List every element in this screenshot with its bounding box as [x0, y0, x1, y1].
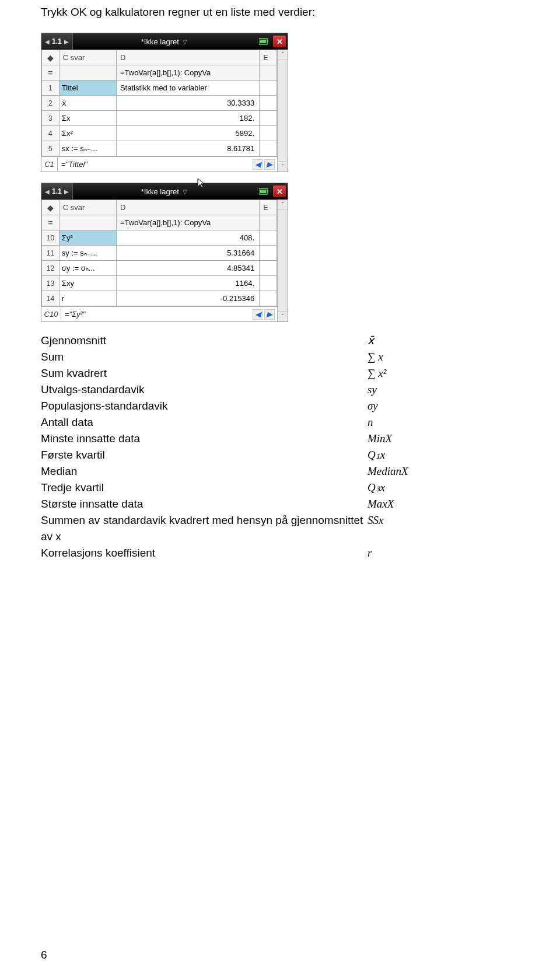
table-row[interactable]: 2x̄30.3333 [42, 96, 277, 111]
cell-c[interactable]: sx := sₙ₋... [59, 141, 116, 156]
cell-d[interactable]: 30.3333 [116, 96, 259, 111]
scroll-up-button[interactable]: ˆ [278, 200, 288, 210]
corner-icon: ◆ [42, 200, 60, 215]
row-header[interactable]: 14 [42, 291, 60, 306]
close-button[interactable]: ✕ [273, 36, 286, 47]
definition-label: Antall data [41, 414, 368, 431]
chevron-up-icon: ˆ [282, 201, 284, 208]
table-row[interactable]: 1TittelStatistikk med to variabler [42, 81, 277, 96]
svg-rect-1 [267, 40, 268, 43]
cell-c[interactable]: Σx² [59, 126, 116, 141]
table-row[interactable]: 12σy := σₙ...4.85341 [42, 261, 277, 276]
definition-row: Korrelasjons koeffisientr [41, 545, 519, 561]
window-title[interactable]: *Ikke lagret ▽ [73, 37, 256, 46]
definition-label: Gjennomsnitt [41, 333, 368, 349]
table-row[interactable]: 13Σxy1164. [42, 276, 277, 291]
cell-ref-value[interactable]: ="Tittel" [58, 160, 253, 169]
close-button[interactable]: ✕ [273, 186, 286, 197]
definition-row: Tredje kvartilQ₃x [41, 480, 519, 496]
scroll-up-button[interactable]: ˆ [278, 50, 288, 60]
row-header[interactable]: 4 [42, 126, 60, 141]
table-row[interactable]: 10Σy²408. [42, 230, 277, 246]
col-header-c[interactable]: C svar [59, 200, 116, 215]
scroll-down-button[interactable]: ˇ [278, 161, 288, 172]
formula-icon: = [42, 215, 60, 230]
cell-c[interactable]: Σx [59, 111, 116, 126]
cell-e[interactable] [260, 230, 277, 246]
cell-e[interactable] [260, 96, 277, 111]
scroll-left-button[interactable]: ◀ [253, 159, 263, 170]
title-text: *Ikke lagret [141, 187, 179, 196]
cell-d[interactable]: 5892. [116, 126, 259, 141]
scroll-right-button[interactable]: ▶ [264, 159, 275, 170]
row-header[interactable]: 3 [42, 111, 60, 126]
chevron-up-icon: ˆ [282, 51, 284, 58]
cell-e[interactable] [260, 126, 277, 141]
cell-d[interactable]: -0.215346 [116, 291, 259, 306]
row-header[interactable]: 11 [42, 246, 60, 261]
definition-label: Sum [41, 349, 368, 365]
triangle-right-icon: ▶ [267, 160, 272, 169]
cell-c[interactable]: sy := sₙ₋... [59, 246, 116, 261]
cell-c[interactable]: r [59, 291, 116, 306]
definition-label: Korrelasjons koeffisient [41, 545, 368, 561]
col-header-d[interactable]: D [116, 50, 259, 65]
cell-c[interactable]: σy := σₙ... [59, 261, 116, 276]
cell-c[interactable]: Σxy [59, 276, 116, 291]
column-header-row: ◆ C svar D E [42, 50, 277, 65]
cell-e[interactable] [260, 141, 277, 156]
col-header-d[interactable]: D [116, 200, 259, 215]
cell-e[interactable] [260, 291, 277, 306]
cell-e[interactable] [260, 261, 277, 276]
svg-rect-5 [260, 190, 266, 193]
col-header-e[interactable]: E [260, 200, 277, 215]
cell-e[interactable] [260, 246, 277, 261]
scroll-left-button[interactable]: ◀ [253, 309, 263, 320]
cell-d[interactable]: 408. [116, 230, 259, 246]
corner-icon: ◆ [42, 50, 60, 65]
row-header[interactable]: 1 [42, 81, 60, 96]
formula-cell[interactable]: =TwoVar(a[],b[],1): CopyVa [116, 65, 259, 81]
table-row[interactable]: 3Σx182. [42, 111, 277, 126]
scroll-right-button[interactable]: ▶ [264, 309, 275, 320]
dropdown-icon: ▽ [183, 39, 187, 45]
cell-e[interactable] [260, 81, 277, 96]
col-header-e[interactable]: E [260, 50, 277, 65]
tab-button[interactable]: ◀ 1.1 ▶ [41, 183, 73, 200]
cell-ref-value[interactable]: ="Σy²" [61, 310, 253, 319]
row-header[interactable]: 2 [42, 96, 60, 111]
cell-d[interactable]: 182. [116, 111, 259, 126]
cell-d[interactable]: Statistikk med to variabler [116, 81, 259, 96]
definition-symbol: ∑ x² [368, 365, 386, 382]
table-row[interactable]: 11sy := sₙ₋...5.31664 [42, 246, 277, 261]
row-header[interactable]: 5 [42, 141, 60, 156]
spreadsheet[interactable]: ◆ C svar D E = =TwoVar(a[],b[],1): CopyV… [41, 200, 277, 306]
formula-cell[interactable]: =TwoVar(a[],b[],1): CopyVa [116, 215, 259, 230]
definition-row: Minste innsatte dataMinX [41, 431, 519, 447]
cell-d[interactable]: 8.61781 [116, 141, 259, 156]
scroll-down-button[interactable]: ˇ [278, 311, 288, 321]
cell-c[interactable]: x̄ [59, 96, 116, 111]
table-row[interactable]: 4Σx²5892. [42, 126, 277, 141]
definition-label: Utvalgs-standardavik [41, 382, 368, 398]
row-header[interactable]: 12 [42, 261, 60, 276]
table-row[interactable]: 14r-0.215346 [42, 291, 277, 306]
cell-c[interactable]: Σy² [59, 230, 116, 246]
tab-button[interactable]: ◀ 1.1 ▶ [41, 33, 73, 50]
row-header[interactable]: 10 [42, 230, 60, 246]
spreadsheet[interactable]: ◆ C svar D E = =TwoVar(a[],b[],1): CopyV… [41, 50, 277, 156]
definition-row: MedianMedianX [41, 463, 519, 480]
col-header-c[interactable]: C svar [59, 50, 116, 65]
formula-row: = =TwoVar(a[],b[],1): CopyVa [42, 65, 277, 81]
window-title[interactable]: *Ikke lagret ▽ [73, 187, 256, 196]
cell-e[interactable] [260, 276, 277, 291]
column-header-row: ◆ C svar D E [42, 200, 277, 215]
cell-c[interactable]: Tittel [59, 81, 116, 96]
definition-row: Gjennomsnittx̄ [41, 333, 519, 349]
cell-d[interactable]: 4.85341 [116, 261, 259, 276]
row-header[interactable]: 13 [42, 276, 60, 291]
table-row[interactable]: 5sx := sₙ₋...8.61781 [42, 141, 277, 156]
cell-e[interactable] [260, 111, 277, 126]
cell-d[interactable]: 5.31664 [116, 246, 259, 261]
cell-d[interactable]: 1164. [116, 276, 259, 291]
